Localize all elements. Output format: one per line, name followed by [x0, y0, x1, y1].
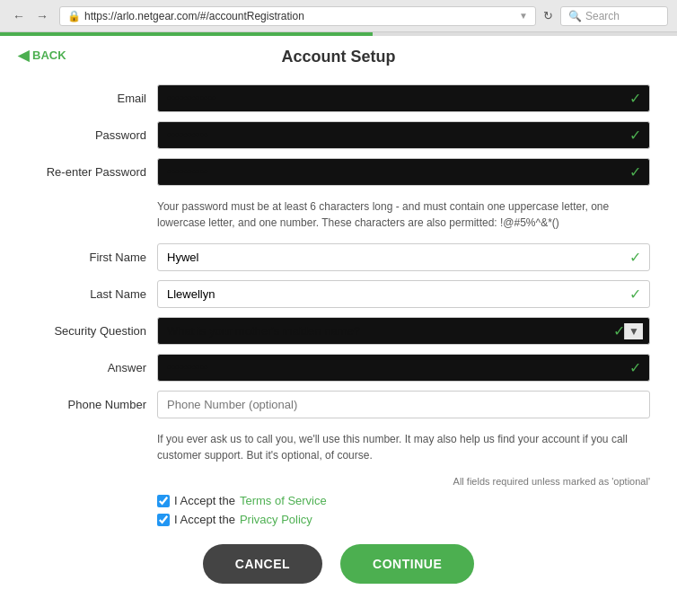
- privacy-checkbox[interactable]: [157, 514, 170, 526]
- first-name-input[interactable]: [157, 243, 650, 271]
- reenter-password-row: Re-enter Password ✓: [27, 158, 650, 186]
- forward-nav-button[interactable]: →: [32, 7, 52, 25]
- search-placeholder: Search: [585, 10, 620, 22]
- page-content: ◀ BACK Account Setup Email ✓ Password ✓ …: [0, 36, 677, 616]
- email-check-icon: ✓: [629, 90, 641, 107]
- phone-number-label: Phone Number: [27, 398, 157, 411]
- last-name-row: Last Name ✓: [27, 280, 650, 308]
- url-dropdown-icon: ▼: [519, 11, 528, 21]
- answer-label: Answer: [27, 361, 157, 374]
- reenter-password-check-icon: ✓: [629, 163, 641, 180]
- phone-help-offset: [27, 427, 157, 467]
- first-name-input-wrapper: ✓: [157, 243, 650, 271]
- password-label: Password: [27, 128, 157, 142]
- tos-checkbox[interactable]: [157, 495, 170, 507]
- security-question-row: Security Question What is your mother's …: [27, 317, 650, 345]
- privacy-prefix: I Accept the: [174, 513, 235, 526]
- email-label: Email: [27, 92, 157, 105]
- form-container: Email ✓ Password ✓ Re-enter Password ✓: [0, 84, 677, 593]
- answer-input[interactable]: [157, 354, 650, 382]
- phone-help-text: If you ever ask us to call you, we'll us…: [157, 427, 650, 467]
- privacy-checkbox-row: I Accept the Privacy Policy: [27, 513, 650, 526]
- password-help-offset: [27, 195, 157, 234]
- url-bar[interactable]: 🔒 https://arlo.netgear.com/#/accountRegi…: [59, 6, 536, 26]
- first-name-label: First Name: [27, 251, 157, 264]
- email-input-wrapper: ✓: [157, 84, 650, 112]
- first-name-row: First Name ✓: [27, 243, 650, 271]
- security-question-caret-icon: ▼: [624, 323, 643, 339]
- tos-link[interactable]: Terms of Service: [240, 494, 327, 507]
- nav-icons: ← →: [9, 7, 52, 25]
- refresh-button[interactable]: ↻: [543, 9, 553, 22]
- reenter-password-label: Re-enter Password: [27, 165, 157, 179]
- email-input[interactable]: [157, 84, 650, 112]
- security-question-check-icon: ✓: [613, 322, 625, 339]
- security-question-label: Security Question: [27, 324, 157, 338]
- reenter-password-input-wrapper: ✓: [157, 158, 650, 186]
- page-title: Account Setup: [0, 48, 677, 66]
- password-check-icon: ✓: [629, 127, 641, 144]
- back-nav-button[interactable]: ←: [9, 7, 29, 25]
- last-name-input-wrapper: ✓: [157, 280, 650, 308]
- browser-chrome: ← → 🔒 https://arlo.netgear.com/#/account…: [0, 0, 677, 32]
- back-link-label: BACK: [32, 48, 66, 62]
- phone-number-input-wrapper: [157, 391, 650, 418]
- password-row: Password ✓: [27, 121, 650, 149]
- password-help-text: Your password must be at least 6 charact…: [157, 195, 650, 234]
- search-icon: 🔍: [568, 10, 582, 22]
- back-arrow-icon: ◀: [18, 47, 29, 64]
- phone-number-input[interactable]: [157, 391, 650, 418]
- last-name-label: Last Name: [27, 287, 157, 301]
- password-input[interactable]: [157, 121, 650, 149]
- phone-help-row: If you ever ask us to call you, we'll us…: [27, 427, 650, 467]
- buttons-row: CANCEL CONTINUE: [27, 544, 650, 593]
- answer-input-wrapper: ✓: [157, 354, 650, 382]
- password-input-wrapper: ✓: [157, 121, 650, 149]
- answer-row: Answer ✓: [27, 354, 650, 382]
- answer-check-icon: ✓: [629, 359, 641, 376]
- required-note: All fields required unless marked as 'op…: [27, 476, 650, 487]
- security-question-dropdown-wrapper: What is your mother's maiden name? ✓ ▼: [157, 317, 650, 345]
- lock-icon: 🔒: [67, 10, 81, 22]
- reenter-password-input[interactable]: [157, 158, 650, 186]
- password-help-row: Your password must be at least 6 charact…: [27, 195, 650, 234]
- url-text: https://arlo.netgear.com/#/accountRegist…: [84, 10, 515, 22]
- security-question-select[interactable]: What is your mother's maiden name?: [157, 317, 650, 345]
- cancel-button[interactable]: CANCEL: [203, 544, 322, 584]
- last-name-check-icon: ✓: [629, 286, 641, 303]
- privacy-link[interactable]: Privacy Policy: [240, 513, 312, 526]
- search-bar[interactable]: 🔍 Search: [560, 6, 668, 26]
- continue-button[interactable]: CONTINUE: [340, 544, 474, 584]
- last-name-input[interactable]: [157, 280, 650, 308]
- email-row: Email ✓: [27, 84, 650, 112]
- phone-number-row: Phone Number: [27, 391, 650, 418]
- first-name-check-icon: ✓: [629, 249, 641, 266]
- tos-checkbox-row: I Accept the Terms of Service: [27, 494, 650, 507]
- tos-prefix: I Accept the: [174, 494, 235, 507]
